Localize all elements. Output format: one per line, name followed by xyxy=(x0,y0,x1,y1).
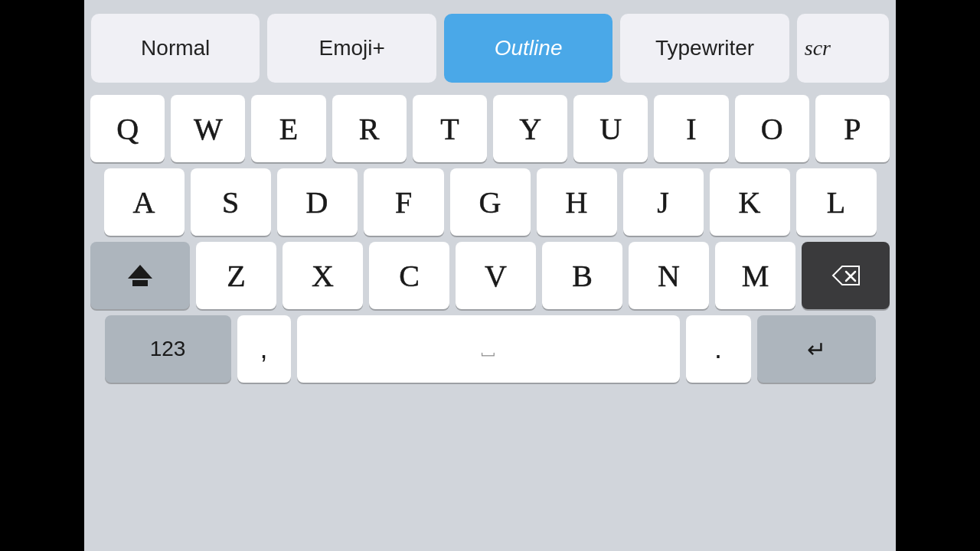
backspace-icon xyxy=(831,265,861,286)
tab-typewriter[interactable]: Typewriter xyxy=(620,14,789,83)
row-4: 123 , ⎵ . ↵ xyxy=(90,315,890,383)
key-Q[interactable]: Q xyxy=(90,95,165,162)
num-label: 123 xyxy=(150,337,186,361)
shift-base xyxy=(132,280,148,286)
key-Z[interactable]: Z xyxy=(196,242,276,309)
key-H[interactable]: H xyxy=(537,168,617,236)
tab-script[interactable]: scr xyxy=(797,14,889,83)
key-S[interactable]: S xyxy=(191,168,271,236)
key-I[interactable]: I xyxy=(654,95,728,162)
key-K[interactable]: K xyxy=(710,168,790,236)
key-T[interactable]: T xyxy=(413,95,487,162)
shift-arrow xyxy=(128,265,152,279)
tab-outline-label: Outline xyxy=(495,36,563,60)
shift-key[interactable] xyxy=(90,242,190,309)
tab-emoji-label: Emoji+ xyxy=(318,36,384,60)
tab-outline[interactable]: Outline xyxy=(444,14,612,83)
key-J[interactable]: J xyxy=(623,168,704,236)
key-G[interactable]: G xyxy=(450,168,531,236)
row-2: A S D F G H J K L xyxy=(90,168,890,236)
key-M[interactable]: M xyxy=(715,242,795,309)
key-V[interactable]: V xyxy=(456,242,536,309)
left-border xyxy=(0,0,84,551)
key-P[interactable]: P xyxy=(815,95,890,162)
key-X[interactable]: X xyxy=(283,242,363,309)
key-C[interactable]: C xyxy=(369,242,449,309)
period-label: . xyxy=(714,333,722,365)
row-3: Z X C V B N M xyxy=(90,242,890,309)
period-key[interactable]: . xyxy=(686,315,751,383)
return-icon: ↵ xyxy=(807,336,826,363)
key-D[interactable]: D xyxy=(277,168,358,236)
key-O[interactable]: O xyxy=(735,95,809,162)
font-tabs: Normal Emoji+ Outline Typewriter scr xyxy=(84,6,896,90)
keyboard-container: Normal Emoji+ Outline Typewriter scr Q W… xyxy=(84,0,896,551)
tab-normal[interactable]: Normal xyxy=(91,14,260,83)
key-F[interactable]: F xyxy=(364,168,444,236)
space-icon: ⎵ xyxy=(482,337,495,361)
num-key[interactable]: 123 xyxy=(105,315,231,383)
space-key[interactable]: ⎵ xyxy=(297,315,680,383)
key-L[interactable]: L xyxy=(796,168,877,236)
key-N[interactable]: N xyxy=(629,242,709,309)
key-W[interactable]: W xyxy=(171,95,245,162)
key-Y[interactable]: Y xyxy=(493,95,567,162)
tab-typewriter-label: Typewriter xyxy=(655,36,754,60)
backspace-key[interactable] xyxy=(802,242,890,309)
return-key[interactable]: ↵ xyxy=(757,315,876,383)
tab-normal-label: Normal xyxy=(141,36,210,60)
tab-script-label: scr xyxy=(805,36,831,60)
tab-emoji[interactable]: Emoji+ xyxy=(267,14,436,83)
key-E[interactable]: E xyxy=(251,95,325,162)
key-B[interactable]: B xyxy=(542,242,622,309)
shift-icon xyxy=(128,265,152,286)
key-R[interactable]: R xyxy=(332,95,407,162)
key-A[interactable]: A xyxy=(104,168,185,236)
keyboard-rows: Q W E R T Y U I O P A S D F G H J K L xyxy=(84,95,896,542)
key-U[interactable]: U xyxy=(573,95,648,162)
right-border xyxy=(896,0,980,551)
row-1: Q W E R T Y U I O P xyxy=(90,95,890,162)
comma-key[interactable]: , xyxy=(237,315,291,383)
comma-label: , xyxy=(260,333,267,365)
